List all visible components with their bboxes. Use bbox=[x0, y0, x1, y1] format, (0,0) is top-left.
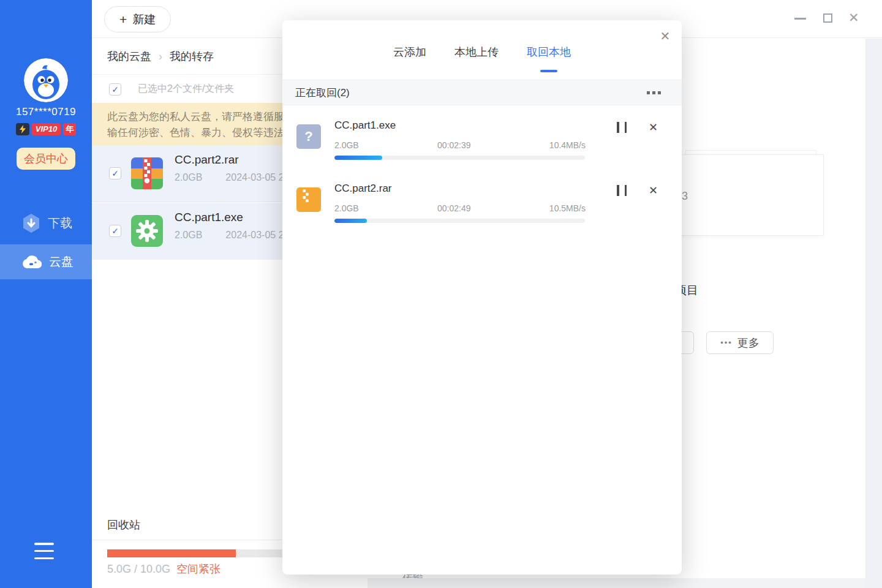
file-name: CC.part2.rar bbox=[175, 153, 239, 167]
storage-usage-text: 5.0G / 10.0G空间紧张 bbox=[107, 562, 221, 576]
cloud-icon bbox=[22, 255, 42, 269]
minimize-button[interactable] bbox=[794, 18, 806, 20]
breadcrumb-my-saves[interactable]: 我的转存 bbox=[170, 49, 214, 64]
app-window: 157****0719 VIP10 年 会员中心 下载 云盘 bbox=[0, 0, 882, 588]
member-center-button[interactable]: 会员中心 bbox=[17, 148, 75, 170]
retrieving-section-header: 正在取回(2) bbox=[282, 80, 682, 105]
right-margin-strip bbox=[865, 39, 882, 588]
zip-archive-icon bbox=[296, 187, 321, 212]
transfer-elapsed: 00:02:39 bbox=[437, 140, 471, 150]
sidebar-item-label: 下载 bbox=[48, 215, 72, 232]
chevron-right-icon: › bbox=[159, 50, 162, 63]
file-size: 2.0GB bbox=[175, 172, 202, 183]
maximize-button[interactable] bbox=[823, 13, 832, 23]
file-checkbox[interactable]: ✓ bbox=[109, 167, 121, 179]
transfer-progress-bar bbox=[334, 219, 585, 223]
modal-close-icon[interactable]: ✕ bbox=[657, 28, 673, 44]
transfer-name: CC.part1.exe bbox=[334, 119, 396, 132]
sidebar-item-label: 云盘 bbox=[49, 254, 74, 270]
transfer-progress-bar bbox=[334, 156, 585, 160]
unknown-file-icon: ? bbox=[296, 124, 321, 149]
transfer-progress-fill bbox=[334, 219, 367, 223]
file-date: 2024-03-05 2 bbox=[225, 230, 284, 240]
storage-warning: 空间紧张 bbox=[176, 563, 221, 575]
vip-year-badge: 年 bbox=[63, 123, 76, 135]
cancel-transfer-icon[interactable]: ✕ bbox=[649, 184, 658, 197]
transfer-speed: 10.5MB/s bbox=[549, 203, 586, 213]
transfer-modal: ✕ 云添加 本地上传 取回本地 正在取回(2) ? CC.part1.exe ✕… bbox=[282, 20, 682, 575]
selection-count-label: 已选中2个文件/文件夹 bbox=[138, 83, 234, 96]
lightning-icon bbox=[16, 123, 29, 135]
transfer-row: CC.part2.rar ✕ 2.0GB 00:02:49 10.5MB/s bbox=[282, 168, 682, 232]
storage-quota-fill bbox=[107, 549, 236, 557]
more-dots-icon: ••• bbox=[720, 338, 733, 347]
penguin-avatar-icon bbox=[24, 58, 68, 102]
user-id: 157****0719 bbox=[0, 106, 92, 118]
sidebar-item-cloud-drive[interactable]: 云盘 bbox=[0, 244, 92, 279]
transfer-meta: 2.0GB 00:02:49 10.5MB/s bbox=[334, 203, 586, 213]
breadcrumb-my-cloud[interactable]: 我的云盘 bbox=[107, 49, 151, 64]
detail-card bbox=[680, 154, 824, 236]
new-button[interactable]: + 新建 bbox=[104, 6, 171, 32]
transfer-progress-fill bbox=[334, 156, 382, 160]
hamburger-menu-icon[interactable] bbox=[34, 543, 54, 559]
transfer-size: 2.0GB bbox=[334, 140, 359, 150]
vip-badges[interactable]: VIP10 年 bbox=[0, 123, 92, 135]
tab-cloud-add[interactable]: 云添加 bbox=[393, 45, 426, 62]
sidebar-item-download[interactable]: 下载 bbox=[0, 206, 92, 241]
section-more-icon[interactable] bbox=[647, 91, 661, 94]
file-size: 2.0GB bbox=[175, 230, 202, 240]
storage-used: 5.0G / 10.0G bbox=[107, 563, 170, 575]
transfer-speed: 10.4MB/s bbox=[549, 140, 586, 150]
file-date: 2024-03-05 2 bbox=[225, 172, 284, 183]
transfer-name: CC.part2.rar bbox=[334, 183, 392, 195]
file-checkbox[interactable]: ✓ bbox=[109, 225, 121, 237]
modal-tabs: 云添加 本地上传 取回本地 bbox=[282, 45, 682, 62]
tab-local-upload[interactable]: 本地上传 bbox=[454, 45, 499, 62]
transfer-row: ? CC.part1.exe ✕ 2.0GB 00:02:39 10.4MB/s bbox=[282, 105, 682, 168]
pause-icon[interactable] bbox=[617, 185, 627, 196]
detail-number-fragment: 3 bbox=[682, 190, 688, 203]
window-close-button[interactable]: ✕ bbox=[848, 11, 859, 24]
recycle-bin-link[interactable]: 回收站 bbox=[107, 518, 140, 532]
section-title: 正在取回(2) bbox=[295, 86, 350, 100]
bottom-band bbox=[368, 578, 882, 588]
new-button-label: 新建 bbox=[132, 12, 156, 28]
avatar[interactable] bbox=[24, 58, 68, 102]
vip-level-badge: VIP10 bbox=[32, 123, 61, 135]
sidebar: 157****0719 VIP10 年 会员中心 下载 云盘 bbox=[0, 0, 92, 588]
tab-retrieve-local[interactable]: 取回本地 bbox=[527, 45, 571, 62]
download-icon bbox=[22, 213, 40, 233]
select-all-checkbox[interactable]: ✓ bbox=[109, 83, 121, 96]
exe-installer-icon bbox=[131, 215, 163, 247]
rar-archive-icon bbox=[131, 157, 163, 189]
pause-icon[interactable] bbox=[617, 122, 627, 133]
cancel-transfer-icon[interactable]: ✕ bbox=[649, 121, 658, 134]
more-button-label: 更多 bbox=[737, 336, 760, 350]
transfer-meta: 2.0GB 00:02:39 10.4MB/s bbox=[334, 140, 586, 150]
transfer-elapsed: 00:02:49 bbox=[437, 203, 471, 213]
transfer-size: 2.0GB bbox=[334, 203, 359, 213]
more-button[interactable]: ••• 更多 bbox=[706, 331, 774, 354]
plus-icon: + bbox=[119, 13, 127, 26]
file-name: CC.part1.exe bbox=[175, 211, 243, 224]
